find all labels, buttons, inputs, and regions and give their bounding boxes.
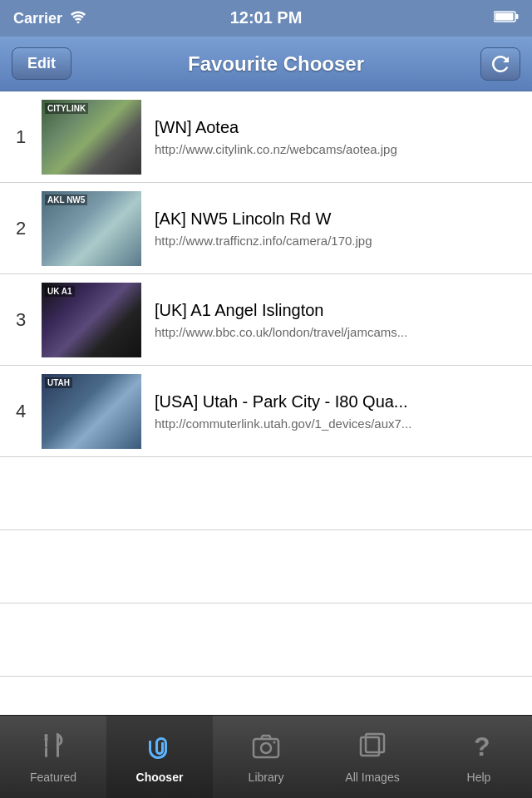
tab-chooser-label: Chooser (136, 771, 184, 784)
item-thumbnail (42, 374, 141, 449)
list-item[interactable]: 2 [AK] NW5 Lincoln Rd W http://www.traff… (0, 183, 532, 274)
svg-point-11 (273, 741, 276, 743)
empty-row (0, 677, 532, 715)
featured-icon (38, 731, 68, 767)
chooser-icon (145, 731, 175, 767)
item-url: http://www.bbc.co.uk/london/travel/jamca… (155, 325, 519, 339)
item-url: http://www.trafficnz.info/camera/170.jpg (155, 234, 519, 248)
item-number: 2 (0, 218, 42, 239)
item-title: [AK] NW5 Lincoln Rd W (155, 209, 519, 229)
empty-row (0, 603, 532, 677)
item-text: [AK] NW5 Lincoln Rd W http://www.traffic… (141, 209, 532, 248)
wifi-icon (69, 10, 87, 27)
edit-button[interactable]: Edit (12, 47, 71, 80)
item-url: http://www.citylink.co.nz/webcams/aotea.… (155, 142, 519, 156)
tab-chooser[interactable]: Chooser (106, 716, 213, 798)
svg-rect-3 (495, 13, 514, 21)
item-text: [WN] Aotea http://www.citylink.co.nz/web… (141, 118, 532, 156)
tab-library[interactable]: Library (213, 716, 319, 798)
camera-icon (251, 731, 281, 767)
svg-rect-2 (516, 14, 519, 19)
page-title: Favourite Chooser (188, 52, 364, 76)
item-text: [USA] Utah - Park City - I80 Qua... http… (141, 392, 532, 431)
favourites-list: 1 [WN] Aotea http://www.citylink.co.nz/w… (0, 91, 532, 715)
tab-help-label: Help (467, 771, 491, 784)
item-number: 3 (0, 309, 42, 331)
status-bar: Carrier 12:01 PM (0, 0, 532, 37)
tab-featured-label: Featured (30, 771, 76, 784)
tab-all-images-label: All Images (345, 771, 399, 784)
item-thumbnail (42, 100, 141, 175)
svg-rect-7 (45, 747, 47, 757)
list-item[interactable]: 4 [USA] Utah - Park City - I80 Qua... ht… (0, 366, 532, 457)
item-title: [WN] Aotea (155, 118, 519, 137)
refresh-button[interactable] (480, 47, 520, 81)
item-text: [UK] A1 Angel Islington http://www.bbc.c… (141, 301, 532, 339)
list-item[interactable]: 1 [WN] Aotea http://www.citylink.co.nz/w… (0, 91, 532, 183)
content-area: 1 [WN] Aotea http://www.citylink.co.nz/w… (0, 91, 532, 715)
empty-row (0, 457, 532, 530)
tab-featured[interactable]: Featured (0, 716, 106, 798)
tab-library-label: Library (249, 771, 284, 784)
item-number: 4 (0, 401, 42, 422)
tab-all-images[interactable]: All Images (319, 716, 426, 798)
svg-point-10 (261, 743, 271, 753)
battery-icon (494, 10, 519, 27)
tab-bar: Featured Chooser Library (0, 715, 532, 798)
item-number: 1 (0, 126, 42, 148)
tab-help[interactable]: ? Help (426, 716, 532, 798)
item-url: http://commuterlink.utah.gov/1_devices/a… (155, 416, 519, 431)
help-icon: ? (464, 731, 494, 767)
item-title: [USA] Utah - Park City - I80 Qua... (155, 392, 519, 411)
carrier-label: Carrier (13, 10, 62, 27)
status-time: 12:01 PM (230, 8, 303, 27)
empty-row (0, 530, 532, 603)
list-item[interactable]: 3 [UK] A1 Angel Islington http://www.bbc… (0, 274, 532, 366)
item-thumbnail (42, 191, 141, 266)
item-title: [UK] A1 Angel Islington (155, 301, 519, 320)
item-thumbnail (42, 283, 141, 357)
svg-text:?: ? (474, 732, 490, 761)
nav-bar: Edit Favourite Chooser (0, 37, 532, 91)
svg-point-0 (77, 21, 80, 23)
all-images-icon (357, 731, 387, 767)
